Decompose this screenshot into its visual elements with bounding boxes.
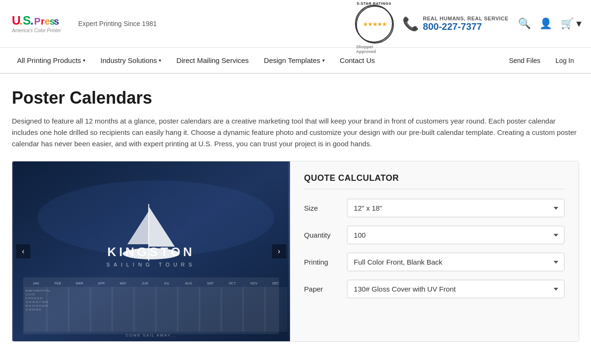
quote-calculator-title: QUOTE CALCULATOR: [304, 173, 564, 189]
main-content: Poster Calendars Designed to feature all…: [0, 74, 591, 351]
nav-industry-label: Industry Solutions: [100, 56, 157, 64]
shopper-approved-label: Shopper Approved: [356, 44, 392, 54]
nav-direct-mailing-label: Direct Mailing Services: [176, 56, 249, 64]
svg-text:COME SAIL AWAY...: COME SAIL AWAY...: [126, 333, 176, 337]
paper-row: Paper 130# Gloss Cover with UV Front 100…: [304, 280, 564, 298]
size-label: Size: [304, 204, 347, 212]
svg-text:JUL: JUL: [164, 282, 170, 285]
phone-area: 📞 REAL HUMANS, REAL SERVICE 800-227-7377: [402, 16, 509, 32]
svg-rect-40: [220, 287, 244, 332]
phone-number[interactable]: 800-227-7377: [423, 21, 509, 32]
carousel-next-button[interactable]: ›: [272, 244, 286, 258]
send-files-label: Send Files: [509, 57, 540, 64]
svg-text:r: r: [41, 16, 45, 27]
account-icon[interactable]: 👤: [539, 18, 552, 30]
svg-rect-36: [133, 287, 157, 332]
nav-design-templates[interactable]: Design Templates ▾: [256, 48, 332, 73]
page-title: Poster Calendars: [12, 88, 579, 108]
carousel-prev-button[interactable]: ‹: [16, 244, 30, 258]
svg-text:6  7  8  9 10 11 12: 6 7 8 9 10 11 12: [26, 297, 43, 300]
svg-rect-33: [68, 287, 91, 332]
design-templates-chevron: ▾: [322, 58, 325, 63]
nav-direct-mailing[interactable]: Direct Mailing Services: [169, 48, 256, 73]
image-carousel: KINGSTON SAILING TOURS JAN FEB MAR APR M…: [12, 161, 290, 341]
industry-chevron: ▾: [159, 58, 161, 63]
ratings-stars: ★★★★★: [356, 6, 394, 44]
svg-text:KINGSTON: KINGSTON: [107, 245, 195, 259]
phone-text: REAL HUMANS, REAL SERVICE 800-227-7377: [423, 16, 509, 32]
printing-label: Printing: [304, 258, 347, 266]
svg-text:AUG: AUG: [185, 282, 192, 285]
svg-text:JAN: JAN: [33, 282, 39, 285]
product-section: KINGSTON SAILING TOURS JAN FEB MAR APR M…: [12, 161, 579, 342]
quantity-row: Quantity 100 250 500 1000 2500 5000: [304, 226, 564, 244]
size-row: Size 12" x 18" 18" x 24" 24" x 36": [304, 199, 564, 217]
log-in-label: Log In: [555, 57, 574, 64]
quantity-select[interactable]: 100 250 500 1000 2500 5000: [347, 226, 564, 244]
svg-text:Su Mo Tu We Th Fr Sa: Su Mo Tu We Th Fr Sa: [26, 289, 50, 292]
printing-select[interactable]: Full Color Front, Blank Back Full Color …: [347, 253, 564, 271]
tagline: Expert Printing Since 1981: [78, 20, 157, 27]
svg-text:SAILING TOURS: SAILING TOURS: [106, 262, 196, 267]
quantity-label: Quantity: [304, 231, 347, 239]
real-humans-label: REAL HUMANS, REAL SERVICE: [423, 16, 509, 21]
svg-text:MAR: MAR: [76, 282, 83, 285]
nav-design-templates-label: Design Templates: [264, 56, 320, 64]
svg-text:JUN: JUN: [142, 282, 148, 285]
svg-text:1  2  3  4  5: 1 2 3 4 5: [26, 293, 35, 296]
cart-icon[interactable]: 🛒 ▾: [561, 18, 582, 30]
nav-send-files[interactable]: Send Files: [501, 48, 548, 73]
svg-text:13 14 15 16 17 18 19: 13 14 15 16 17 18 19: [26, 301, 48, 303]
all-printing-chevron: ▾: [83, 58, 85, 63]
next-arrow-icon: ›: [278, 247, 280, 256]
prev-arrow-icon: ‹: [22, 247, 24, 256]
ratings-label: 5-STAR RATINGS: [357, 1, 391, 6]
svg-rect-37: [155, 287, 179, 332]
svg-text:OCT: OCT: [228, 282, 236, 285]
svg-text:NOV: NOV: [250, 282, 258, 285]
svg-text:MAY: MAY: [119, 282, 127, 285]
svg-text:s: s: [54, 16, 59, 27]
nav-industry-solutions[interactable]: Industry Solutions ▾: [93, 48, 169, 73]
svg-text:.: .: [19, 14, 23, 27]
svg-text:27 28 29 30 31: 27 28 29 30 31: [26, 308, 42, 311]
svg-text:APR: APR: [98, 282, 105, 285]
quote-calculator: QUOTE CALCULATOR Size 12" x 18" 18" x 24…: [290, 161, 579, 341]
logo-area: U . S . P r e s s America's Color Printe…: [9, 9, 157, 38]
svg-rect-32: [46, 287, 70, 332]
nav-all-printing-label: All Printing Products: [17, 56, 81, 64]
header-icons: 🔍 👤 🛒 ▾: [518, 18, 582, 30]
calendar-svg-bg: KINGSTON SAILING TOURS JAN FEB MAR APR M…: [12, 161, 290, 341]
svg-text:20 21 22 23 24 25 26: 20 21 22 23 24 25 26: [26, 304, 48, 307]
svg-rect-38: [177, 287, 200, 332]
printing-row: Printing Full Color Front, Blank Back Fu…: [304, 253, 564, 271]
site-header: U . S . P r e s s America's Color Printe…: [0, 0, 591, 48]
size-select[interactable]: 12" x 18" 18" x 24" 24" x 36": [347, 199, 564, 217]
nav-log-in[interactable]: Log In: [548, 48, 582, 73]
phone-icon: 📞: [402, 16, 419, 32]
main-nav: All Printing Products ▾ Industry Solutio…: [0, 48, 591, 74]
svg-text:FEB: FEB: [55, 282, 61, 285]
paper-label: Paper: [304, 285, 347, 293]
svg-text:SEP: SEP: [207, 282, 214, 285]
svg-text:DEC: DEC: [272, 282, 279, 285]
svg-rect-34: [90, 287, 113, 332]
ratings-badge: 250+ 5-STAR RATINGS ★★★★★ Shopper Approv…: [355, 5, 393, 43]
calendar-product-image: KINGSTON SAILING TOURS JAN FEB MAR APR M…: [12, 161, 290, 341]
page-description: Designed to feature all 12 months at a g…: [12, 115, 579, 150]
nav-right: Send Files Log In: [501, 48, 582, 73]
svg-text:.: .: [30, 14, 34, 27]
svg-text:America's Color Printer: America's Color Printer: [11, 28, 62, 33]
svg-rect-42: [264, 287, 288, 332]
svg-text:S: S: [23, 14, 31, 27]
svg-text:P: P: [34, 16, 41, 27]
search-icon[interactable]: 🔍: [518, 18, 531, 30]
svg-rect-41: [242, 287, 266, 332]
svg-rect-35: [111, 287, 135, 332]
nav-all-printing[interactable]: All Printing Products ▾: [9, 48, 93, 73]
svg-rect-39: [199, 287, 222, 332]
site-logo[interactable]: U . S . P r e s s America's Color Printe…: [9, 9, 71, 38]
paper-select[interactable]: 130# Gloss Cover with UV Front 100# Glos…: [347, 280, 564, 298]
nav-contact-us-label: Contact Us: [340, 56, 375, 64]
